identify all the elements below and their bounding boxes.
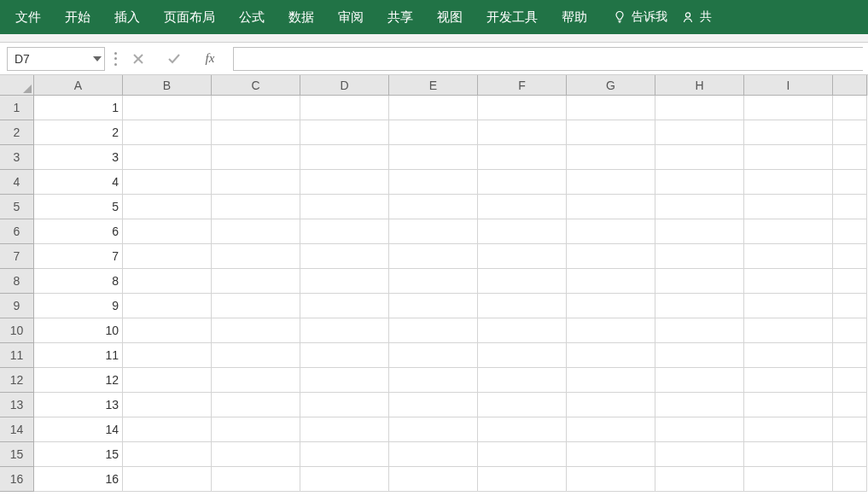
cell-B16[interactable] [123, 467, 212, 492]
cell-B9[interactable] [123, 294, 212, 318]
cell-C13[interactable] [212, 393, 300, 417]
cell-H3[interactable] [655, 145, 744, 170]
ribbon-tab-5[interactable]: 数据 [277, 0, 326, 34]
cancel-formula-button[interactable] [120, 47, 156, 71]
cell-F3[interactable] [478, 145, 567, 170]
cell-H15[interactable] [655, 442, 744, 467]
cell-extra-6[interactable] [833, 219, 867, 244]
col-header-G[interactable]: G [567, 75, 655, 96]
cell-B10[interactable] [123, 318, 212, 343]
cell-D3[interactable] [300, 145, 389, 170]
row-header-1[interactable]: 1 [0, 96, 34, 120]
cell-A9[interactable]: 9 [34, 294, 123, 318]
row-header-9[interactable]: 9 [0, 294, 34, 318]
cell-A10[interactable]: 10 [34, 318, 123, 343]
cell-C16[interactable] [212, 467, 300, 492]
cell-D15[interactable] [300, 442, 389, 467]
cell-G14[interactable] [567, 417, 655, 442]
cell-F11[interactable] [478, 343, 567, 368]
cell-D5[interactable] [300, 195, 389, 219]
row-header-2[interactable]: 2 [0, 120, 34, 145]
cell-B8[interactable] [123, 269, 212, 294]
cell-H9[interactable] [655, 294, 744, 318]
cell-H14[interactable] [655, 417, 744, 442]
cell-C5[interactable] [212, 195, 300, 219]
cell-extra-4[interactable] [833, 170, 867, 195]
cell-C10[interactable] [212, 318, 300, 343]
share-button[interactable]: 共 [674, 0, 719, 34]
cell-G4[interactable] [567, 170, 655, 195]
cell-F6[interactable] [478, 219, 567, 244]
cell-G7[interactable] [567, 244, 655, 269]
row-header-14[interactable]: 14 [0, 417, 34, 442]
cell-A5[interactable]: 5 [34, 195, 123, 219]
cell-E16[interactable] [389, 467, 478, 492]
ribbon-tab-4[interactable]: 公式 [227, 0, 277, 34]
cell-G16[interactable] [567, 467, 655, 492]
select-all-cell[interactable] [0, 75, 34, 96]
cell-extra-3[interactable] [833, 145, 867, 170]
ribbon-tab-3[interactable]: 页面布局 [152, 0, 227, 34]
cell-I6[interactable] [744, 219, 833, 244]
col-header-B[interactable]: B [123, 75, 212, 96]
col-header-extra[interactable] [833, 75, 867, 96]
cell-B12[interactable] [123, 368, 212, 393]
cell-E14[interactable] [389, 417, 478, 442]
cell-G2[interactable] [567, 120, 655, 145]
cell-E13[interactable] [389, 393, 478, 417]
enter-formula-button[interactable] [156, 47, 192, 71]
cell-I5[interactable] [744, 195, 833, 219]
cell-F14[interactable] [478, 417, 567, 442]
cell-C4[interactable] [212, 170, 300, 195]
cell-C6[interactable] [212, 219, 300, 244]
cell-B3[interactable] [123, 145, 212, 170]
cell-H10[interactable] [655, 318, 744, 343]
cell-A4[interactable]: 4 [34, 170, 123, 195]
cell-I3[interactable] [744, 145, 833, 170]
cell-H2[interactable] [655, 120, 744, 145]
cell-I4[interactable] [744, 170, 833, 195]
cell-H7[interactable] [655, 244, 744, 269]
ribbon-tab-2[interactable]: 插入 [102, 0, 152, 34]
cell-F15[interactable] [478, 442, 567, 467]
cell-E3[interactable] [389, 145, 478, 170]
cell-G10[interactable] [567, 318, 655, 343]
cell-B6[interactable] [123, 219, 212, 244]
ribbon-tab-9[interactable]: 开发工具 [475, 0, 550, 34]
name-box[interactable]: D7 [7, 47, 105, 71]
cell-H13[interactable] [655, 393, 744, 417]
cell-H12[interactable] [655, 368, 744, 393]
cell-I7[interactable] [744, 244, 833, 269]
cell-B5[interactable] [123, 195, 212, 219]
cell-G1[interactable] [567, 96, 655, 120]
cell-D6[interactable] [300, 219, 389, 244]
cell-G3[interactable] [567, 145, 655, 170]
cell-I15[interactable] [744, 442, 833, 467]
cell-H6[interactable] [655, 219, 744, 244]
cell-A12[interactable]: 12 [34, 368, 123, 393]
cell-A7[interactable]: 7 [34, 244, 123, 269]
row-header-16[interactable]: 16 [0, 467, 34, 492]
cell-E1[interactable] [389, 96, 478, 120]
tellme-button[interactable]: 告诉我 [606, 0, 674, 34]
cell-G12[interactable] [567, 368, 655, 393]
cell-B14[interactable] [123, 417, 212, 442]
cell-F10[interactable] [478, 318, 567, 343]
name-box-dropdown[interactable] [89, 48, 104, 70]
cell-H8[interactable] [655, 269, 744, 294]
cell-E10[interactable] [389, 318, 478, 343]
cell-E4[interactable] [389, 170, 478, 195]
cell-G13[interactable] [567, 393, 655, 417]
cell-F13[interactable] [478, 393, 567, 417]
cell-I2[interactable] [744, 120, 833, 145]
cell-C2[interactable] [212, 120, 300, 145]
cell-extra-8[interactable] [833, 269, 867, 294]
cell-D11[interactable] [300, 343, 389, 368]
cell-extra-13[interactable] [833, 393, 867, 417]
cell-B2[interactable] [123, 120, 212, 145]
col-header-D[interactable]: D [300, 75, 389, 96]
ribbon-tab-1[interactable]: 开始 [53, 0, 102, 34]
cell-E7[interactable] [389, 244, 478, 269]
ribbon-tab-0[interactable]: 文件 [3, 0, 53, 34]
cell-D14[interactable] [300, 417, 389, 442]
